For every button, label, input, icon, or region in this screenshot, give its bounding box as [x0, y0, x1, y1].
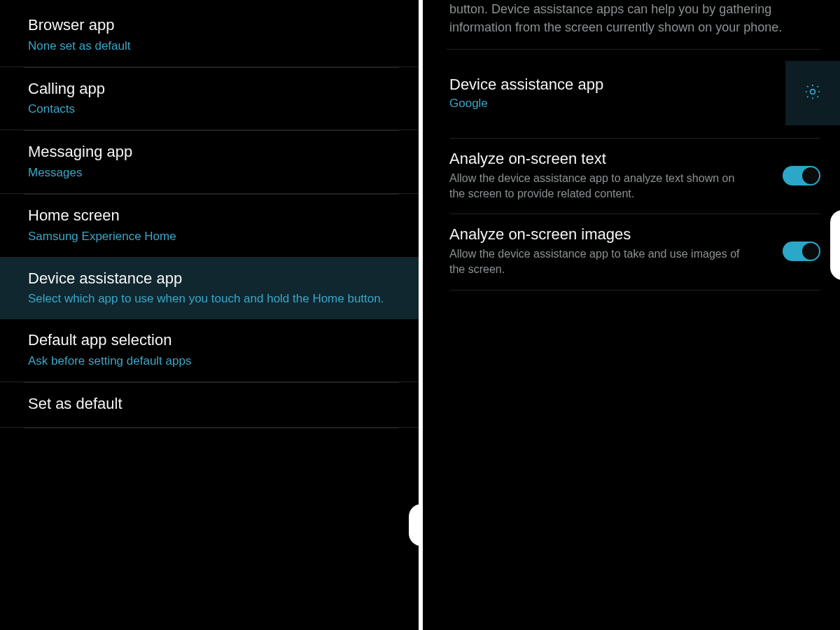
row-home-screen[interactable]: Home screen Samsung Experience Home: [0, 195, 419, 258]
row-title: Home screen: [28, 206, 399, 226]
row-title: Browser app: [28, 15, 399, 36]
row-browser-app[interactable]: Browser app None set as default: [0, 4, 419, 67]
row-messaging-app[interactable]: Messaging app Messages: [0, 131, 419, 194]
row-title: Device assistance app: [449, 76, 777, 94]
row-title: Messaging app: [28, 142, 399, 162]
row-default-app-selection[interactable]: Default app selection Ask before setting…: [0, 319, 419, 382]
row-subtitle: Ask before setting default apps: [28, 354, 399, 369]
toggle-knob: [802, 167, 819, 184]
row-device-assistance-app[interactable]: Device assistance app Select which app t…: [0, 258, 419, 320]
row-title: Calling app: [28, 79, 399, 99]
row-subtitle: Contacts: [28, 102, 399, 117]
row-title: Analyze on-screen images: [449, 225, 774, 244]
row-title: Analyze on-screen text: [449, 150, 774, 168]
row-description: Allow the device assistance app to analy…: [449, 171, 743, 201]
default-apps-list: Browser app None set as default Calling …: [0, 0, 419, 428]
settings-button[interactable]: [785, 61, 840, 125]
svg-point-0: [811, 90, 816, 94]
header-description: button. Device assistance apps can help …: [423, 0, 840, 49]
row-analyze-images[interactable]: Analyze on-screen images Allow the devic…: [449, 214, 820, 290]
row-analyze-text[interactable]: Analyze on-screen text Allow the device …: [449, 139, 820, 214]
row-calling-app[interactable]: Calling app Contacts: [0, 68, 419, 131]
toggle-analyze-text[interactable]: [783, 166, 820, 186]
row-title: Device assistance app: [28, 269, 399, 289]
row-subtitle: Messages: [28, 165, 399, 181]
row-subtitle: None set as default: [28, 38, 399, 54]
toggle-analyze-images[interactable]: [783, 241, 820, 261]
row-set-as-default[interactable]: Set as default: [0, 383, 419, 428]
row-subtitle: Google: [449, 97, 777, 111]
row-title: Default app selection: [28, 330, 399, 351]
row-subtitle: Samsung Experience Home: [28, 229, 399, 244]
row-title: Set as default: [28, 394, 399, 414]
row-subtitle: Select which app to use when you touch a…: [28, 291, 399, 307]
gear-icon: [804, 83, 822, 104]
defaults-screen: Browser app None set as default Calling …: [0, 0, 419, 630]
toggle-knob: [802, 243, 819, 260]
divider: [24, 428, 399, 428]
row-description: Allow the device assistance app to take …: [449, 246, 743, 276]
device-assistance-screen: button. Device assistance apps can help …: [423, 0, 840, 630]
row-device-assistance-app[interactable]: Device assistance app Google: [449, 50, 820, 139]
